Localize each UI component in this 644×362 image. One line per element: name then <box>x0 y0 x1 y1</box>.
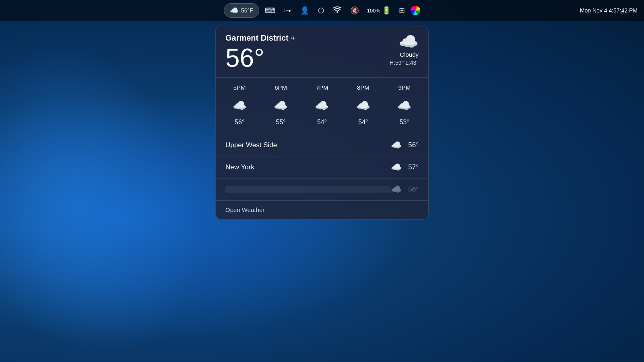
hourly-time-0: 5PM <box>219 82 260 96</box>
high-temp: H:59° <box>390 60 404 66</box>
high-low-label: H:59° L:43° <box>390 60 419 66</box>
loc-temp-1: 57° <box>408 163 419 171</box>
hourly-temp-3: 54° <box>343 115 384 128</box>
loc-temp-0: 56° <box>408 141 419 149</box>
hourly-temp-1: 55° <box>260 115 301 128</box>
hourly-icon-0: ☁️ <box>219 96 260 115</box>
battery-icon: 🔋 <box>382 6 391 15</box>
location-list-item-0[interactable]: Upper West Side ☁️ 56° <box>216 134 428 156</box>
loc-icon-0: ☁️ <box>391 140 402 150</box>
hourly-grid-temps: 56° 55° 54° 54° 53° <box>216 115 428 128</box>
hourly-time-2: 7PM <box>301 82 343 96</box>
open-weather-row[interactable]: Open Weather <box>216 200 428 219</box>
location-list: Upper West Side ☁️ 56° New York ☁️ 57° ☁… <box>216 134 428 200</box>
current-conditions-right: ☁️ Cloudy H:59° L:43° <box>390 33 419 66</box>
bluetooth-icon[interactable]: ⬡ <box>315 4 328 16</box>
current-temperature: 56° <box>225 45 296 71</box>
loc-name-1: New York <box>225 163 391 171</box>
mute-icon[interactable]: 🔇 <box>347 4 362 16</box>
location-list-item-1[interactable]: New York ☁️ 57° <box>216 156 428 179</box>
hourly-grid-icons: ☁️ ☁️ ☁️ ☁️ ☁️ <box>216 96 428 115</box>
weather-menubar-button[interactable]: ☁️ 56°F <box>224 3 259 18</box>
menubar-datetime: Mon Nov 4 4:57:42 PM <box>580 7 638 14</box>
hourly-time-4: 9PM <box>384 82 425 96</box>
menubar-temp: 56°F <box>241 7 253 14</box>
menubar: ☁️ 56°F ⌨ 🗝 👤 ⬡ 🔇 100% 🔋 ⊞ Mon Nov 4 4:5… <box>0 0 644 21</box>
battery-indicator: 100% 🔋 <box>365 6 393 15</box>
loc-icon-1: ☁️ <box>391 162 402 173</box>
weather-popup: Garment District ✈ 56° ☁️ Cloudy H:59° L… <box>215 25 429 220</box>
loc-name-0: Upper West Side <box>225 141 391 149</box>
hourly-forecast: 5PM 6PM 7PM 8PM 9PM ☁️ ☁️ ☁️ ☁️ ☁️ 56° 5… <box>216 77 428 134</box>
hourly-temp-2: 54° <box>301 115 343 128</box>
control-center-icon[interactable]: ⊞ <box>396 4 408 16</box>
location-name: Garment District <box>225 33 289 43</box>
popup-header: Garment District ✈ 56° ☁️ Cloudy H:59° L… <box>216 25 428 77</box>
hourly-grid-times: 5PM 6PM 7PM 8PM 9PM <box>216 82 428 96</box>
loc-temp-2: 56° <box>408 185 419 193</box>
hourly-time-3: 8PM <box>343 82 384 96</box>
hourly-icon-4: ☁️ <box>384 96 425 115</box>
hourly-icon-2: ☁️ <box>301 96 343 115</box>
low-temp: L:43° <box>405 60 419 66</box>
condition-icon-large: ☁️ <box>398 33 419 49</box>
loc-icon-2: ☁️ <box>391 184 402 195</box>
user-icon[interactable]: 👤 <box>297 4 312 16</box>
condition-label: Cloudy <box>400 51 419 58</box>
hourly-time-1: 6PM <box>260 82 301 96</box>
location-list-item-2[interactable]: ☁️ 56° <box>216 179 428 200</box>
key-icon[interactable]: 🗝 <box>281 5 295 16</box>
current-conditions-left: Garment District ✈ 56° <box>225 33 296 71</box>
location-row: Garment District ✈ <box>225 33 296 43</box>
menubar-right: Mon Nov 4 4:57:42 PM <box>580 7 638 14</box>
hourly-icon-3: ☁️ <box>343 96 384 115</box>
hourly-temp-4: 53° <box>384 115 425 128</box>
keyboard-icon[interactable]: ⌨ <box>262 4 279 16</box>
open-weather-label[interactable]: Open Weather <box>225 206 264 213</box>
menubar-center: ☁️ 56°F ⌨ 🗝 👤 ⬡ 🔇 100% 🔋 ⊞ <box>224 3 420 18</box>
battery-percent: 100% <box>367 8 380 14</box>
location-arrow-icon: ✈ <box>291 35 296 41</box>
macos-icon[interactable] <box>411 6 420 15</box>
loc-name-2 <box>225 186 391 193</box>
cloud-menubar-icon: ☁️ <box>230 6 239 15</box>
hourly-temp-0: 56° <box>219 115 260 128</box>
hourly-icon-1: ☁️ <box>260 96 301 115</box>
wifi-icon[interactable] <box>330 5 345 16</box>
